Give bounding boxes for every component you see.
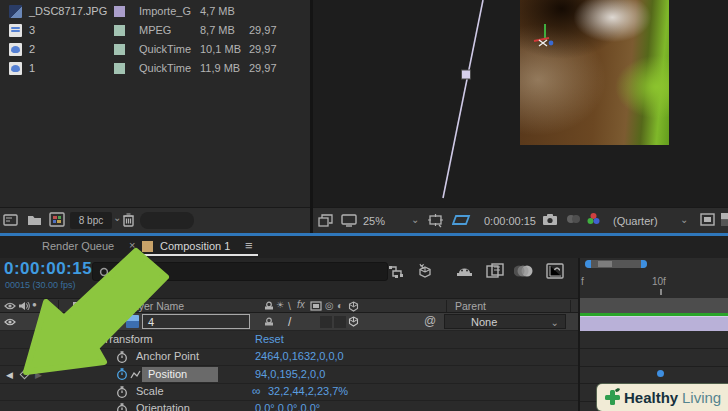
layer-name-column-header[interactable]: Layer Name <box>127 300 184 312</box>
lock-column-icon[interactable] <box>43 301 53 312</box>
region-of-interest-icon[interactable] <box>700 213 715 226</box>
layer-quality-switch[interactable]: / <box>288 315 291 329</box>
motion-blur-column-icon[interactable]: ◎ <box>325 300 334 311</box>
reset-link[interactable]: Reset <box>255 333 284 345</box>
bit-depth-caret-icon[interactable]: ⌄ <box>113 212 121 223</box>
draft-3d-icon[interactable] <box>416 263 434 280</box>
show-channel-icon[interactable] <box>586 212 601 226</box>
layer-row[interactable]: 1 4 / @ None ⌄ <box>0 313 578 331</box>
watermark-text-bold: Healthy <box>624 389 678 406</box>
link-icon[interactable]: ∞ <box>252 384 261 398</box>
label-color-swatch[interactable] <box>114 63 125 74</box>
file-fps: 29,97 <box>249 21 277 40</box>
property-name[interactable]: Orientation <box>136 402 190 411</box>
interpret-footage-icon[interactable] <box>3 213 18 227</box>
layer-shy-switch[interactable] <box>264 317 274 327</box>
tab-composition[interactable]: Composition 1 <box>160 240 230 252</box>
property-name-selected[interactable]: Position <box>142 367 218 382</box>
work-area-bar[interactable] <box>580 298 728 313</box>
close-icon[interactable]: × <box>129 239 135 251</box>
magnification-caret-icon[interactable]: ⌄ <box>411 214 419 225</box>
property-name[interactable]: Anchor Point <box>136 350 199 362</box>
label-color-swatch[interactable] <box>114 25 125 36</box>
property-name[interactable]: Scale <box>136 385 164 397</box>
stopwatch-icon[interactable] <box>116 403 128 411</box>
label-color-swatch[interactable] <box>114 6 125 17</box>
label-color-swatch[interactable] <box>114 44 125 55</box>
new-composition-icon[interactable] <box>49 212 65 227</box>
snapshot-camera-icon[interactable] <box>542 213 558 226</box>
frame-blend-column-icon[interactable] <box>310 301 322 311</box>
cube-3d-column-icon[interactable] <box>348 301 359 312</box>
layer-3d-switch[interactable] <box>348 316 359 327</box>
quality-column-icon[interactable]: \ <box>288 300 291 312</box>
property-value[interactable]: 0,0°,0,0°,0,0° <box>255 402 320 411</box>
scrollbar-right-handle[interactable] <box>641 260 647 268</box>
motion-blur-icon[interactable] <box>514 264 534 278</box>
layer-visibility-eye-icon[interactable] <box>4 318 16 326</box>
project-item-row[interactable]: 2 QuickTime 10,1 MB 29,97 <box>0 40 310 59</box>
magnification-dropdown[interactable]: 25% <box>363 213 385 230</box>
collapse-column-sun-icon[interactable]: ☀ <box>276 300 284 310</box>
disclosure-triangle-icon[interactable]: ▼ <box>88 335 96 344</box>
3d-axis-gizmo[interactable] <box>534 24 553 46</box>
expression-graph-icon[interactable] <box>130 370 141 379</box>
show-snapshot-icon[interactable] <box>566 213 581 225</box>
layer-frame-blend-checkbox[interactable] <box>320 316 332 328</box>
shy-column-icon[interactable] <box>264 301 274 311</box>
grid-guides-icon[interactable] <box>427 213 444 228</box>
graph-editor-icon[interactable] <box>546 263 564 279</box>
property-group-name[interactable]: Transform <box>103 333 153 345</box>
add-keyframe-diamond-icon[interactable] <box>20 370 30 380</box>
mini-flowchart-icon[interactable] <box>388 265 405 279</box>
fx-column-icon[interactable]: fx <box>297 299 305 310</box>
solo-column-icon[interactable]: ● <box>32 300 37 309</box>
transform-group-row[interactable]: ▼ Transform Reset <box>0 331 578 349</box>
frame-blending-icon[interactable] <box>486 263 504 278</box>
scrollbar-left-handle[interactable] <box>585 260 591 268</box>
timeline-zoom-scrollbar[interactable] <box>585 260 647 268</box>
adjustment-layer-column-icon[interactable]: ◐ <box>337 300 343 311</box>
audio-column-speaker-icon[interactable] <box>18 301 30 311</box>
parent-column-header[interactable]: Parent <box>455 300 486 312</box>
monitor-icon[interactable] <box>341 214 357 227</box>
parent-dropdown[interactable]: None ⌄ <box>444 314 566 329</box>
anchor-point-row[interactable]: Anchor Point 2464,0,1632,0,0,0 <box>0 349 578 366</box>
layer-motion-blur-checkbox[interactable] <box>334 316 346 328</box>
next-keyframe-icon[interactable]: ▶ <box>35 370 42 380</box>
bit-depth-button[interactable]: 8 bpc <box>70 212 112 229</box>
position-row[interactable]: ◀ ▶ Position 94,0,195,2,0,0 <box>0 366 578 384</box>
current-time-display[interactable]: 0:00:00:15 <box>4 259 92 279</box>
resolution-caret-icon[interactable]: ⌄ <box>680 214 688 225</box>
motion-path-handle[interactable] <box>462 70 471 79</box>
resolution-dropdown[interactable]: (Quarter) <box>613 213 658 230</box>
trash-icon[interactable] <box>122 212 135 227</box>
project-item-row[interactable]: _DSC8717.JPG Importe_G 4,7 MB <box>0 2 310 21</box>
search-input[interactable] <box>92 262 388 281</box>
stopwatch-active-icon[interactable] <box>116 368 128 381</box>
panel-menu-icon[interactable]: ≡ <box>245 238 253 253</box>
stopwatch-icon[interactable] <box>116 386 128 399</box>
property-value[interactable]: 32,2,44,2,23,7% <box>268 385 348 397</box>
mask-visibility-icon[interactable] <box>452 213 472 227</box>
tab-render-queue[interactable]: Render Queue <box>42 240 114 252</box>
property-value[interactable]: 2464,0,1632,0,0,0 <box>255 350 344 362</box>
project-item-row[interactable]: 1 QuickTime 11,9 MB 29,97 <box>0 59 310 78</box>
scale-row[interactable]: Scale ∞ 32,2,44,2,23,7% <box>0 384 578 401</box>
parent-pickwhip-icon[interactable]: @ <box>424 314 436 328</box>
position-keyframe-dot[interactable] <box>657 370 664 377</box>
new-folder-icon[interactable] <box>27 213 42 226</box>
label-column-tag-icon[interactable] <box>72 301 84 312</box>
shy-layers-icon[interactable] <box>456 264 473 278</box>
previous-keyframe-icon[interactable]: ◀ <box>6 370 13 380</box>
layer-name-field[interactable]: 4 <box>142 314 250 329</box>
property-value[interactable]: 94,0,195,2,0,0 <box>255 368 325 380</box>
viewer-timecode[interactable]: 0:00:00:15 <box>484 213 536 230</box>
always-preview-icon[interactable] <box>318 214 333 227</box>
video-column-eye-icon[interactable] <box>4 302 16 310</box>
project-item-row[interactable]: 3 MPEG 8,7 MB 29,97 <box>0 21 310 40</box>
stopwatch-icon[interactable] <box>116 351 128 364</box>
transparency-grid-icon[interactable] <box>721 213 728 226</box>
orientation-row[interactable]: Orientation 0,0°,0,0°,0,0° <box>0 401 578 411</box>
layer-duration-bar[interactable] <box>580 316 728 331</box>
